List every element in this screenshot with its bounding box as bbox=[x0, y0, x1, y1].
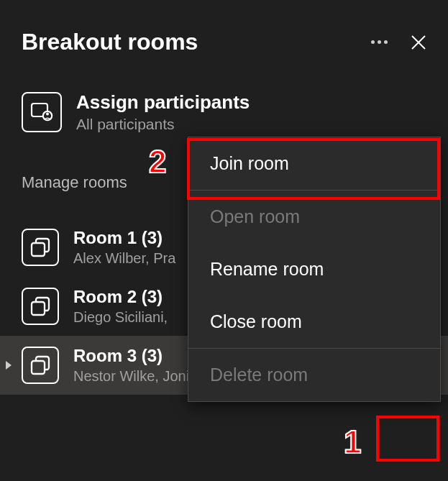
menu-item-rename-room[interactable]: Rename room bbox=[188, 243, 440, 296]
annotation-callout-1: 1 bbox=[344, 424, 361, 460]
breakout-room-icon bbox=[22, 347, 59, 384]
breakout-room-icon bbox=[22, 229, 59, 266]
svg-rect-8 bbox=[32, 302, 45, 315]
menu-item-join-room[interactable]: Join room bbox=[188, 137, 440, 190]
ellipsis-icon bbox=[371, 40, 388, 44]
assign-title: Assign participants bbox=[76, 91, 250, 114]
annotation-highlight-1 bbox=[376, 416, 439, 462]
room-context-menu: Join room Open room Rename room Close ro… bbox=[188, 137, 441, 402]
close-button[interactable] bbox=[411, 35, 426, 50]
assign-text: Assign participants All participants bbox=[76, 91, 250, 133]
annotation-callout-2: 2 bbox=[149, 144, 166, 180]
close-icon bbox=[411, 35, 426, 50]
menu-item-open-room: Open room bbox=[188, 191, 440, 243]
menu-item-delete-room: Delete room bbox=[188, 349, 440, 401]
assign-participants-icon bbox=[22, 92, 62, 132]
assign-subtitle: All participants bbox=[76, 116, 250, 133]
breakout-room-icon bbox=[22, 288, 59, 325]
more-options-button[interactable] bbox=[371, 40, 388, 44]
header-actions bbox=[371, 35, 426, 50]
svg-rect-6 bbox=[32, 243, 45, 256]
menu-item-close-room[interactable]: Close room bbox=[188, 296, 440, 348]
svg-point-4 bbox=[46, 113, 49, 116]
svg-rect-10 bbox=[32, 361, 45, 374]
page-title: Breakout rooms bbox=[22, 29, 371, 55]
expand-caret-icon[interactable] bbox=[6, 361, 12, 370]
panel-header: Breakout rooms bbox=[0, 0, 448, 77]
